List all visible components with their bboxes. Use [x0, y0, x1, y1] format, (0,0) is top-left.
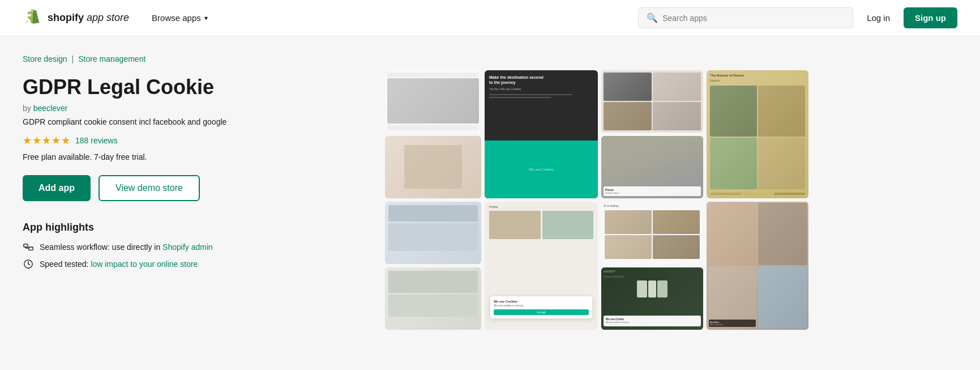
screenshot-9: AI at styling... — [601, 202, 703, 264]
highlight-speed-text: Speed tested: low impact to your online … — [40, 260, 198, 269]
left-panel: Store design | Store management GDPR Leg… — [23, 36, 374, 370]
app-highlights: App highlights Seamless workflow: use di… — [23, 222, 374, 270]
screenshot-3 — [385, 202, 481, 264]
handy-cookie-overlay: We use Cookie We use cookies to ensure..… — [604, 316, 701, 326]
rating-row: ★★★★★ 188 reviews — [23, 134, 374, 147]
site-header: shopify app store Browse apps ▾ 🔍 Log in… — [0, 0, 980, 36]
chevron-down-icon: ▾ — [204, 14, 208, 22]
screenshot-12: Available... New collection — [707, 202, 808, 330]
breadcrumb-separator: | — [72, 54, 74, 63]
app-title: GDPR Legal Cookie — [23, 75, 374, 99]
screenshot-8: Piecat Fashion Store — [601, 136, 703, 198]
right-panel: Make the destination secondto the journe… — [374, 36, 957, 370]
highlight-item-speed: Speed tested: low impact to your online … — [23, 258, 374, 270]
app-description: GDPR compliant cookie consent incl faceb… — [23, 117, 374, 126]
header-right: 🔍 Log in Sign up — [638, 7, 957, 28]
teal-accent-bar: We use Cookies — [485, 141, 598, 198]
screenshot-mosaic: Make the destination secondto the journe… — [385, 70, 808, 337]
screenshot-5: Make the destination secondto the journe… — [485, 70, 598, 198]
screenshot-1 — [385, 70, 481, 133]
login-button[interactable]: Log in — [862, 11, 895, 25]
reviews-link[interactable]: 188 reviews — [75, 136, 118, 145]
workflow-icon — [23, 241, 34, 253]
screenshot-10: HANDY Natural skincare We use Cookie We … — [601, 267, 703, 330]
signup-button[interactable]: Sign up — [904, 7, 957, 28]
svg-rect-0 — [24, 244, 28, 247]
logo-text: shopify app store — [48, 12, 129, 24]
view-demo-button[interactable]: View demo store — [99, 175, 200, 201]
screenshot-4 — [385, 267, 481, 330]
browse-apps-label: Browse apps — [152, 13, 201, 23]
action-buttons: Add app View demo store — [23, 175, 374, 201]
logo[interactable]: shopify app store — [23, 8, 129, 28]
highlight-workflow-text: Seamless workflow: use directly in Shopi… — [40, 243, 213, 252]
browse-apps-button[interactable]: Browse apps ▾ — [147, 11, 212, 25]
breadcrumb: Store design | Store management — [23, 54, 374, 63]
screenshot-7 — [601, 70, 703, 133]
low-impact-link[interactable]: low impact to your online store — [91, 260, 198, 269]
breadcrumb-store-design[interactable]: Store design — [23, 54, 67, 63]
developer-link[interactable]: beeclever — [33, 104, 68, 113]
by-prefix: by — [23, 104, 31, 113]
main-content: Store design | Store management GDPR Leg… — [0, 36, 980, 370]
highlights-title: App highlights — [23, 222, 374, 233]
screenshot-6: Pottle We use Cookies We use cookies to … — [485, 202, 598, 330]
speed-icon — [23, 258, 34, 270]
add-app-button[interactable]: Add app — [23, 175, 91, 201]
svg-rect-1 — [29, 247, 33, 250]
star-rating: ★★★★★ — [23, 134, 71, 147]
handy-title: HANDY — [604, 270, 615, 273]
screenshot-2 — [385, 136, 481, 198]
nature-title: The Beauty of Nature — [710, 74, 805, 77]
highlight-item-workflow: Seamless workflow: use directly in Shopi… — [23, 241, 374, 253]
cookie-accept-btn: Accept — [494, 309, 589, 315]
search-input[interactable] — [662, 14, 845, 23]
breadcrumb-store-management[interactable]: Store management — [78, 54, 145, 63]
screenshot-11: The Beauty of Nature Explore — [707, 70, 808, 198]
search-icon: 🔍 — [647, 12, 658, 23]
pricing-info: Free plan available. 7-day free trial. — [23, 152, 374, 161]
svg-point-3 — [28, 263, 29, 265]
shopify-admin-link[interactable]: Shopify admin — [162, 243, 213, 252]
cookie-banner: We use Cookies We use cookies to ensure.… — [490, 296, 592, 318]
app-by: by beeclever — [23, 104, 374, 113]
shopify-logo-icon — [23, 8, 43, 28]
search-bar[interactable]: 🔍 — [638, 7, 853, 28]
